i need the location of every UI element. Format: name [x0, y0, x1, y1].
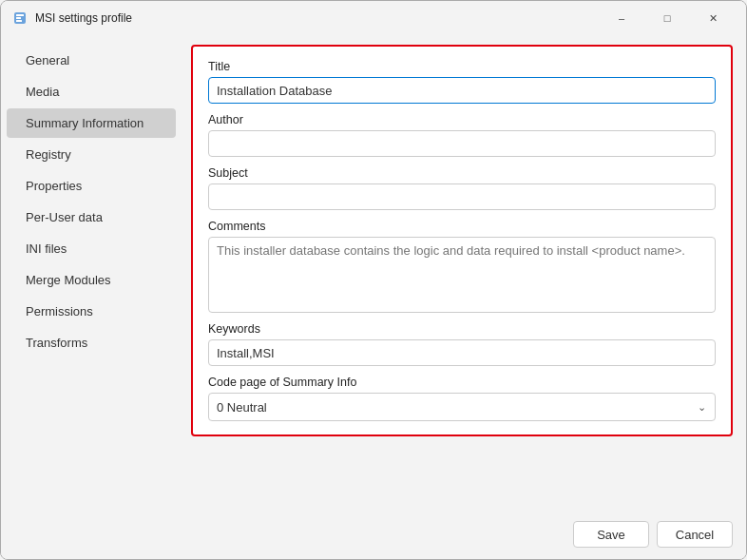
sidebar-item-media[interactable]: Media — [7, 77, 176, 106]
sidebar-item-summary-information[interactable]: Summary Information — [7, 108, 176, 138]
sidebar-item-properties[interactable]: Properties — [7, 171, 176, 201]
sidebar-item-transforms[interactable]: Transforms — [7, 328, 176, 357]
author-label: Author — [208, 113, 716, 126]
sidebar-item-per-user-data[interactable]: Per-User data — [7, 203, 176, 232]
app-icon — [12, 10, 28, 26]
svg-rect-2 — [16, 17, 21, 19]
subject-field-group: Subject — [208, 166, 716, 210]
title-input[interactable] — [208, 77, 716, 104]
footer: Save Cancel — [1, 512, 746, 559]
bottom-area — [191, 436, 733, 502]
comments-textarea[interactable] — [208, 237, 716, 313]
save-button[interactable]: Save — [573, 521, 649, 548]
author-field-group: Author — [208, 113, 716, 157]
title-label: Title — [208, 60, 716, 73]
keywords-field-group: Keywords — [208, 322, 716, 366]
comments-label: Comments — [208, 220, 716, 233]
subject-input[interactable] — [208, 183, 716, 210]
form-panel: Title Author Subject Comments Keywords — [191, 45, 733, 436]
sidebar-item-general[interactable]: General — [7, 46, 176, 75]
window-title: MSI settings profile — [35, 11, 600, 25]
svg-rect-3 — [16, 20, 22, 22]
title-field-group: Title — [208, 60, 716, 104]
sidebar-item-registry[interactable]: Registry — [7, 140, 176, 169]
close-button[interactable]: ✕ — [691, 4, 735, 32]
maximize-button[interactable]: □ — [645, 4, 689, 32]
titlebar: MSI settings profile – □ ✕ — [1, 1, 746, 35]
cancel-button[interactable]: Cancel — [657, 521, 733, 548]
codepage-field-group: Code page of Summary Info 0 Neutral 1252… — [208, 376, 716, 421]
sidebar-item-ini-files[interactable]: INI files — [7, 234, 176, 263]
sidebar-item-merge-modules[interactable]: Merge Modules — [7, 265, 176, 295]
main-layout: General Media Summary Information Regist… — [1, 35, 746, 512]
sidebar: General Media Summary Information Regist… — [1, 35, 182, 512]
comments-field-group: Comments — [208, 220, 716, 313]
keywords-label: Keywords — [208, 322, 716, 336]
keywords-input[interactable] — [208, 339, 716, 366]
svg-rect-1 — [16, 14, 24, 16]
content-area: Title Author Subject Comments Keywords — [182, 35, 746, 512]
minimize-button[interactable]: – — [600, 4, 643, 32]
subject-label: Subject — [208, 166, 716, 180]
window-controls: – □ ✕ — [600, 4, 735, 32]
author-input[interactable] — [208, 130, 716, 157]
codepage-select-wrapper: 0 Neutral 1252 Windows Latin 1 65001 UTF… — [208, 393, 716, 421]
codepage-select[interactable]: 0 Neutral 1252 Windows Latin 1 65001 UTF… — [208, 393, 716, 421]
codepage-label: Code page of Summary Info — [208, 376, 716, 389]
sidebar-item-permissions[interactable]: Permissions — [7, 297, 176, 326]
